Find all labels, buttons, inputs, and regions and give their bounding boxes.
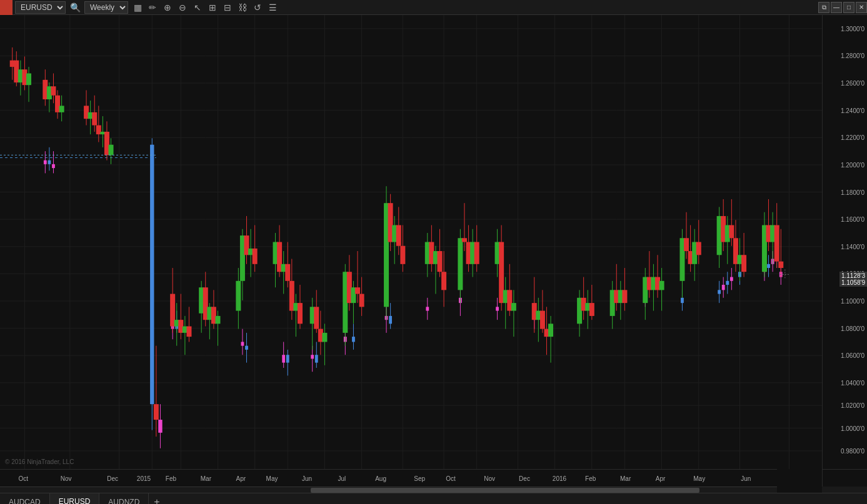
toolbar: 🔍 Weekly Daily ▦ ✏ ⊕ ⊖ ↖ ⊞ ⊟ ⛓ ↺ ☰ xyxy=(69,1,278,14)
refresh-icon[interactable]: ↺ xyxy=(252,2,263,13)
x-axis-label: Mar xyxy=(201,475,211,482)
search-icon[interactable]: 🔍 xyxy=(69,2,81,13)
zoom-in-icon[interactable]: ⊕ xyxy=(162,2,173,13)
add-tab-button[interactable]: + xyxy=(149,497,164,505)
symbol-dropdown[interactable]: EURUSD xyxy=(15,1,66,14)
x-axis-label: Sep xyxy=(414,475,425,482)
scrollbar-thumb[interactable] xyxy=(311,488,699,493)
chart-canvas-wrap[interactable] xyxy=(0,15,822,469)
y-axis-label: 1.0200'0 xyxy=(841,402,864,409)
y-axis-label: 1.2200'0 xyxy=(841,134,864,141)
x-axis-label: Dec xyxy=(107,475,118,482)
maximize-button[interactable]: □ xyxy=(843,2,854,13)
bar-chart-icon[interactable]: ▦ xyxy=(132,2,143,13)
pencil-icon[interactable]: ✏ xyxy=(147,2,158,13)
y-axis-label: 1.0800'0 xyxy=(841,325,864,332)
x-axis-label: Nov xyxy=(61,475,72,482)
chart-area: 1.3000'01.2800'01.2600'01.2400'01.2200'0… xyxy=(0,15,867,469)
tab-bar: AUDCAD EURUSD AUDNZD + xyxy=(0,493,867,504)
link-icon[interactable]: ⛓ xyxy=(237,2,248,13)
x-axis-label: Apr xyxy=(236,475,246,482)
x-axis-label: May xyxy=(266,475,278,482)
y-axis-label: 1.1000'0 xyxy=(841,298,864,305)
price-badge: 1.1058'9 xyxy=(839,279,867,287)
tab-audnzd[interactable]: AUDNZD xyxy=(99,493,149,505)
y-axis-label: 1.2600'0 xyxy=(841,80,864,87)
x-axis-label: Jul xyxy=(338,475,346,482)
y-axis-label: 1.2400'0 xyxy=(841,107,864,114)
window-controls: ⧉ — □ ✕ xyxy=(818,2,867,13)
split-icon[interactable]: ⊟ xyxy=(222,2,233,13)
x-axis-label: Aug xyxy=(375,475,386,482)
x-axis-label: Apr xyxy=(656,475,666,482)
y-axis-label: 1.0600'0 xyxy=(841,352,864,359)
x-axis-label: 2016 xyxy=(553,475,566,482)
scrollbar-area[interactable] xyxy=(0,487,777,493)
y-axis-label: 1.1400'0 xyxy=(841,243,864,250)
x-axis-label: Nov xyxy=(484,475,495,482)
x-axis-label: Oct xyxy=(19,475,29,482)
cursor-icon[interactable]: ↖ xyxy=(192,2,203,13)
tile-button[interactable]: ⧉ xyxy=(818,2,829,13)
x-axis-label: Jun xyxy=(302,475,312,482)
y-axis-label: 1.0000'0 xyxy=(841,425,864,432)
title-bar: EURUSD 🔍 Weekly Daily ▦ ✏ ⊕ ⊖ ↖ ⊞ ⊟ ⛓ ↺ … xyxy=(0,0,867,15)
template-icon[interactable]: ⊞ xyxy=(207,2,218,13)
chart-canvas[interactable] xyxy=(0,15,822,469)
x-axis-label: Dec xyxy=(519,475,530,482)
y-axis-label: 1.3000'0 xyxy=(841,25,864,32)
x-axis-label: Oct xyxy=(446,475,456,482)
x-axis-label: Feb xyxy=(585,475,596,482)
y-axis-label: 0.9800'0 xyxy=(841,447,864,454)
y-axis: 1.3000'01.2800'01.2600'01.2400'01.2200'0… xyxy=(822,15,867,469)
x-axis-label: 2015 xyxy=(137,475,151,482)
close-button[interactable]: ✕ xyxy=(856,2,867,13)
chart-tab[interactable] xyxy=(0,0,13,15)
x-axis-label: Jun xyxy=(741,475,751,482)
y-axis-label: 1.1800'0 xyxy=(841,189,864,195)
settings-icon[interactable]: ☰ xyxy=(267,2,278,13)
interval-dropdown[interactable]: Weekly Daily xyxy=(84,1,128,14)
tab-eurusd[interactable]: EURUSD xyxy=(50,493,100,505)
x-axis-label: May xyxy=(693,475,705,482)
y-axis-label: 1.1600'0 xyxy=(841,216,864,223)
x-axis: OctNovDec2015FebMarAprMayJunJulAugSepOct… xyxy=(0,469,777,487)
y-axis-label: 1.2000'0 xyxy=(841,161,864,168)
minimize-button[interactable]: — xyxy=(831,2,842,13)
tab-audcad[interactable]: AUDCAD xyxy=(0,493,50,505)
y-axis-label: 1.2800'0 xyxy=(841,52,864,59)
zoom-out-icon[interactable]: ⊖ xyxy=(177,2,188,13)
x-axis-label: Feb xyxy=(166,475,176,482)
x-axis-label: Mar xyxy=(620,475,631,482)
y-axis-label: 1.0400'0 xyxy=(841,379,864,386)
